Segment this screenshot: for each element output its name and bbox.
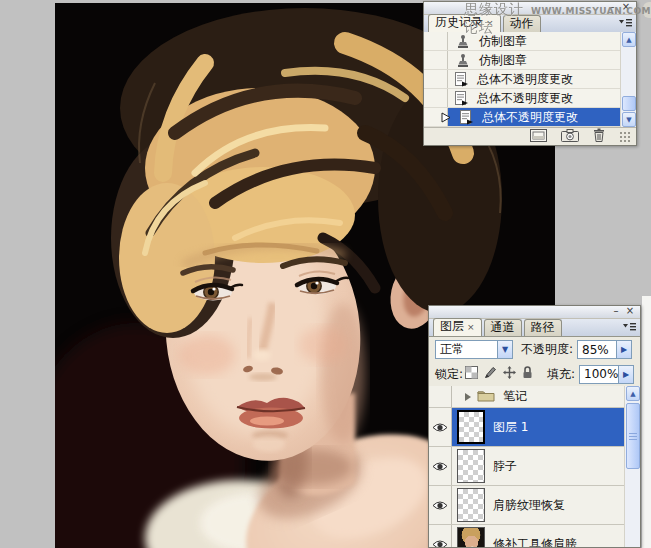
layer-row[interactable]: 脖子 [429,447,640,486]
tab-actions[interactable]: 动作 [503,15,541,32]
thumb-grip [629,433,637,440]
history-state-icon [460,110,474,125]
history-item-label: 总体不透明度更改 [477,90,573,107]
lock-label: 锁定: [435,366,463,383]
fill-slider-arrow-icon[interactable]: ▶ [619,365,634,384]
history-item-label: 仿制图章 [479,33,527,50]
layers-tabs: 图层× 通道 路径 [429,319,640,337]
history-brush-well[interactable] [424,32,448,50]
history-scrollbar[interactable]: ▲ ▼ [620,32,636,127]
eye-icon [432,500,448,511]
layer-name: 肩膀纹理恢复 [493,497,565,514]
layer-thumbnail[interactable] [457,488,485,522]
history-brush-well[interactable] [424,70,448,88]
history-state-icon [455,72,469,87]
eye-icon [432,461,448,472]
history-item-label: 总体不透明度更改 [477,71,573,88]
lock-row: 锁定: 填充: 100% ▶ [429,362,640,386]
visibility-toggle[interactable] [429,408,452,446]
layers-scrollbar-thumb[interactable] [626,403,640,469]
history-scrollbar-thumb[interactable] [622,96,636,111]
history-bottom-bar [424,127,636,145]
layer-name: 笔记 [503,388,527,405]
layers-scrollbar[interactable]: ▲ [624,386,640,547]
chevron-down-icon[interactable]: ▼ [498,340,513,359]
new-snapshot-camera-icon[interactable] [561,129,579,145]
panel-menu-icon[interactable] [621,321,637,333]
minimize-icon[interactable]: – [606,2,618,13]
history-row-selected[interactable]: 总体不透明度更改 [424,108,620,127]
eye-icon [432,539,448,548]
fill-label: 填充: [547,366,575,383]
history-state-icon [455,91,469,106]
photoshop-workspace: – × 历史记录× 动作 仿制图章 仿制图章 [0,0,651,548]
visibility-toggle[interactable] [429,386,452,407]
history-brush-well[interactable] [424,89,448,107]
blend-mode-row: 正常 ▼ 不透明度: 85% ▶ [429,337,640,362]
panel-menu-icon[interactable] [617,17,633,29]
history-brush-well[interactable] [424,51,448,69]
history-item-label: 总体不透明度更改 [482,109,578,126]
current-state-arrow-icon [441,112,451,126]
layer-row[interactable]: 修补工具修肩膀 [429,525,640,547]
history-row[interactable]: 总体不透明度更改 [424,89,620,108]
layers-list: 笔记 图层 1 脖子 [429,386,640,547]
visibility-toggle[interactable] [429,525,452,547]
scroll-corner [643,2,651,18]
history-item-label: 仿制图章 [479,52,527,69]
minimize-icon[interactable]: – [610,306,622,317]
layer-name: 图层 1 [493,419,528,436]
scroll-up-icon[interactable]: ▲ [622,32,636,47]
tab-layers[interactable]: 图层× [433,318,482,336]
lock-position-move-icon[interactable] [503,366,516,382]
clone-stamp-icon [455,53,471,68]
scroll-up-icon[interactable]: ▲ [626,386,640,401]
workspace-right-strip [642,296,651,548]
history-tabs: 历史记录× 动作 [424,15,636,33]
layer-name: 脖子 [493,458,517,475]
layer-thumbnail[interactable] [457,410,485,444]
lock-image-brush-icon[interactable] [484,366,497,382]
close-icon[interactable]: × [624,306,636,317]
new-document-from-state-icon[interactable] [530,129,547,145]
close-icon[interactable]: × [620,2,632,13]
history-panel: – × 历史记录× 动作 仿制图章 仿制图章 [423,1,637,146]
history-row[interactable]: 仿制图章 [424,32,620,51]
layer-thumbnail[interactable] [457,527,485,547]
delete-trash-icon[interactable] [593,128,605,145]
layer-row-selected[interactable]: 图层 1 [429,408,640,447]
opacity-input[interactable]: 85% [577,340,617,359]
blend-mode-select[interactable]: 正常 [435,340,498,359]
eye-icon [432,422,448,433]
tab-close-icon[interactable]: × [467,322,475,332]
visibility-toggle[interactable] [429,447,452,485]
tab-history[interactable]: 历史记录× [428,14,501,32]
opacity-label: 不透明度: [521,341,573,358]
tab-close-icon[interactable]: × [486,18,494,28]
panel-resize-grip[interactable] [619,131,630,142]
history-row[interactable]: 仿制图章 [424,51,620,70]
layer-thumbnail[interactable] [457,449,485,483]
opacity-slider-arrow-icon[interactable]: ▶ [617,340,632,359]
tab-channels[interactable]: 通道 [484,319,522,336]
history-row[interactable]: 总体不透明度更改 [424,70,620,89]
lock-all-padlock-icon[interactable] [522,366,533,382]
clone-stamp-icon [455,34,471,49]
layers-panel: – × 图层× 通道 路径 正常 ▼ 不透明度: 85% ▶ 锁定: [428,305,641,548]
folder-icon [477,389,495,405]
layer-row[interactable]: 肩膀纹理恢复 [429,486,640,525]
visibility-toggle[interactable] [429,486,452,524]
layer-name: 修补工具修肩膀 [493,536,577,548]
layer-group-row[interactable]: 笔记 [429,386,640,408]
history-list: 仿制图章 仿制图章 总体不透明度更改 总 [424,32,620,127]
tab-paths[interactable]: 路径 [524,319,562,336]
expand-triangle-icon[interactable] [465,393,471,401]
fill-input[interactable]: 100% [579,365,619,384]
scroll-down-icon[interactable]: ▼ [622,112,636,127]
lock-transparency-icon[interactable] [465,366,478,382]
